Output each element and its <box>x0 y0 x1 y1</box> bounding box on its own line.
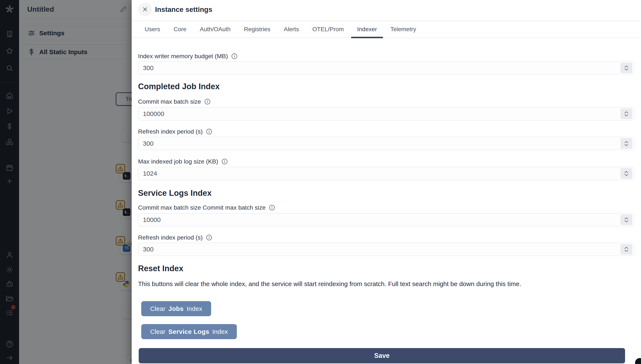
reset-index-description: This buttons will clear the whole index,… <box>138 280 521 288</box>
tab-users[interactable]: Users <box>145 21 160 38</box>
field-index-writer-memory <box>138 61 634 74</box>
field-label-refresh-period-logs: Refresh index period (s) <box>138 234 212 241</box>
info-icon[interactable] <box>222 158 228 164</box>
section-heading-completed-job-index: Completed Job Index <box>138 82 220 91</box>
drawer-title: Instance settings <box>155 6 212 14</box>
field-max-job-log-size <box>138 167 634 180</box>
field-refresh-period-logs <box>138 243 634 256</box>
tab-telemetry[interactable]: Telemetry <box>390 21 416 38</box>
number-stepper[interactable] <box>620 63 632 73</box>
section-heading-service-logs-index: Service Logs Index <box>138 188 212 198</box>
field-label-refresh-period-jobs: Refresh index period (s) <box>138 128 212 135</box>
tab-core[interactable]: Core <box>174 21 186 38</box>
tab-alerts[interactable]: Alerts <box>284 21 299 38</box>
field-label-max-job-log-size: Max indexed job log size (KB) <box>138 158 228 165</box>
info-icon[interactable] <box>206 234 212 240</box>
close-icon[interactable] <box>138 2 152 16</box>
app-root: Untitled Settings All Static <box>0 0 641 364</box>
info-icon[interactable] <box>206 128 212 135</box>
index-writer-memory-input[interactable] <box>138 61 634 74</box>
field-label-commit-max-batch: Commit max batch size <box>138 98 210 105</box>
tab-indexer[interactable]: Indexer <box>357 21 377 38</box>
settings-tabbar: Users Core Auth/OAuth Registries Alerts … <box>132 21 641 38</box>
commit-max-batch-logs-input[interactable] <box>138 213 634 226</box>
info-icon[interactable] <box>231 53 238 59</box>
number-stepper[interactable] <box>620 138 632 149</box>
cursor-artifact <box>635 358 641 364</box>
max-job-log-size-input[interactable] <box>138 167 634 180</box>
clear-service-logs-index-button[interactable]: Clear Service Logs Index <box>141 324 237 339</box>
info-icon[interactable] <box>269 204 275 211</box>
modal-backdrop[interactable] <box>0 0 132 364</box>
instance-settings-drawer: Instance settings Users Core Auth/OAuth … <box>132 0 641 364</box>
tab-registries[interactable]: Registries <box>244 21 270 38</box>
commit-max-batch-input[interactable] <box>138 107 634 120</box>
number-stepper[interactable] <box>620 168 632 179</box>
section-heading-reset-index: Reset Index <box>138 264 183 273</box>
clear-jobs-index-button[interactable]: Clear Jobs Index <box>141 301 211 316</box>
tab-otel-prom[interactable]: OTEL/Prom <box>312 21 344 38</box>
info-icon[interactable] <box>204 98 210 105</box>
field-commit-max-batch-logs <box>138 213 634 226</box>
field-refresh-period-jobs <box>138 137 634 150</box>
save-button[interactable]: Save <box>139 348 625 363</box>
refresh-period-logs-input[interactable] <box>138 243 634 256</box>
number-stepper[interactable] <box>620 244 632 255</box>
number-stepper[interactable] <box>620 214 632 225</box>
number-stepper[interactable] <box>620 108 632 119</box>
tab-auth-oauth[interactable]: Auth/OAuth <box>200 21 231 38</box>
refresh-period-jobs-input[interactable] <box>138 137 634 150</box>
field-label-commit-max-batch-logs: Commit max batch size Commit max batch s… <box>138 204 275 211</box>
field-commit-max-batch <box>138 107 634 120</box>
field-label-index-writer-memory: Index writer memory budget (MB) <box>138 53 238 60</box>
